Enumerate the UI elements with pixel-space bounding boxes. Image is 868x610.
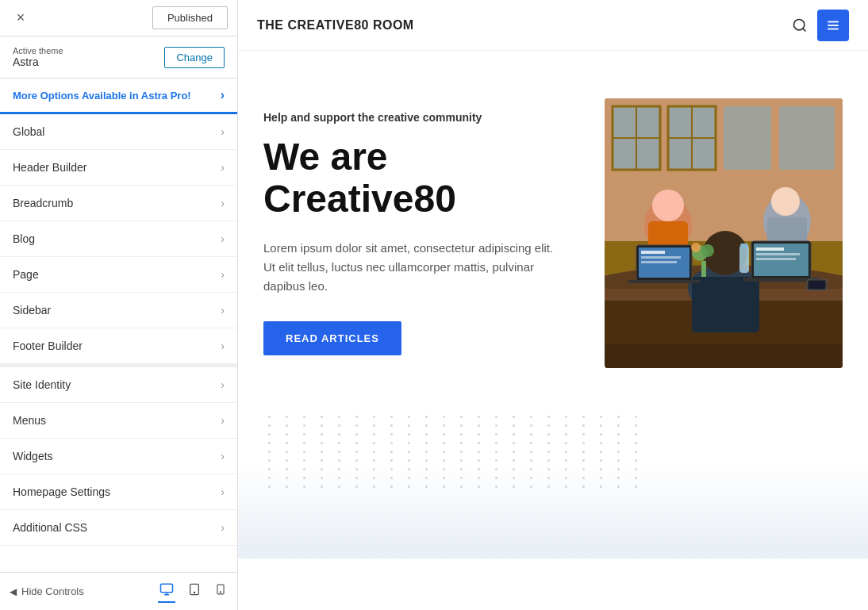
menu-item-footer-builder[interactable]: Footer Builder › <box>0 328 237 364</box>
dot <box>495 451 497 453</box>
arrow-left-icon: ◀ <box>10 586 17 597</box>
dot <box>460 416 463 418</box>
dot <box>530 468 532 470</box>
dot <box>530 424 532 427</box>
site-title: THE CREATIVE80 ROOM <box>257 18 414 33</box>
dot <box>286 416 288 418</box>
search-button[interactable] <box>792 17 808 33</box>
dot <box>303 424 305 427</box>
dot <box>635 477 637 479</box>
menu-item-blog[interactable]: Blog › <box>0 221 237 257</box>
dot <box>547 442 550 444</box>
tablet-icon[interactable] <box>186 581 202 603</box>
dot <box>321 424 323 427</box>
menu-item-widgets[interactable]: Widgets › <box>0 439 237 474</box>
dot <box>600 477 602 479</box>
dot <box>425 416 428 418</box>
dot <box>443 416 445 418</box>
dot <box>355 416 358 418</box>
dot <box>390 451 393 453</box>
dot <box>495 416 497 418</box>
change-theme-button[interactable]: Change <box>164 47 225 68</box>
dot-pattern-section: // Generate dots inline - will be done b… <box>238 400 868 558</box>
dot <box>373 468 375 470</box>
astra-pro-banner[interactable]: More Options Available in Astra Pro! › <box>0 79 237 114</box>
menu-item-site-identity[interactable]: Site Identity › <box>0 364 237 403</box>
hero-tagline: Help and support the creative community <box>263 111 573 124</box>
desktop-icon[interactable] <box>158 581 175 603</box>
menu-item-additional-css[interactable]: Additional CSS › <box>0 510 237 546</box>
dot <box>460 468 463 470</box>
mobile-icon[interactable] <box>213 581 228 603</box>
dot <box>408 451 410 453</box>
menu-item-homepage-settings[interactable]: Homepage Settings › <box>0 474 237 510</box>
chevron-right-icon: › <box>221 197 225 209</box>
dot <box>268 485 271 488</box>
menu-item-additional-css-label: Additional CSS <box>13 521 87 534</box>
dot <box>495 459 497 462</box>
menu-list: Global › Header Builder › Breadcrumb › B… <box>0 114 237 572</box>
svg-point-6 <box>220 591 221 592</box>
dot <box>530 442 532 444</box>
hide-controls-button[interactable]: ◀ Hide Controls <box>10 585 84 597</box>
chevron-right-icon: › <box>221 521 225 534</box>
dot <box>321 433 323 435</box>
menu-item-header-builder[interactable]: Header Builder › <box>0 150 237 186</box>
dot <box>390 433 393 435</box>
active-theme-name: Astra <box>13 56 63 68</box>
menu-item-global-label: Global <box>13 125 44 138</box>
dot <box>478 468 480 470</box>
site-preview: THE CREATIVE80 ROOM Help and support the… <box>238 0 868 610</box>
menu-item-page[interactable]: Page › <box>0 257 237 293</box>
astra-pro-label: More Options Available in Astra Pro! <box>13 90 191 102</box>
dot <box>565 485 567 488</box>
dot <box>635 416 637 418</box>
dot <box>408 459 410 462</box>
published-button[interactable]: Published <box>152 6 228 29</box>
dot <box>582 477 585 479</box>
svg-rect-44 <box>756 247 784 251</box>
dot-grid: // Generate dots inline - will be done b… <box>263 416 843 488</box>
menu-item-global[interactable]: Global › <box>0 114 237 150</box>
svg-point-7 <box>794 19 805 29</box>
dot <box>600 485 602 488</box>
dot <box>495 433 497 435</box>
dot <box>338 477 340 479</box>
menu-item-breadcrumb[interactable]: Breadcrumb › <box>0 186 237 221</box>
dot <box>355 459 358 462</box>
dot <box>600 416 602 418</box>
dot <box>408 433 410 435</box>
device-switcher <box>158 581 228 603</box>
close-button[interactable]: × <box>10 7 32 29</box>
dot <box>338 416 340 418</box>
dot <box>547 468 550 470</box>
dot <box>303 451 305 453</box>
svg-rect-41 <box>628 280 700 283</box>
read-articles-button[interactable]: READ ARTICLES <box>263 321 401 355</box>
dot <box>338 468 340 470</box>
dot <box>373 485 375 488</box>
dot <box>268 451 271 453</box>
dot <box>582 468 585 470</box>
dot <box>321 459 323 462</box>
dot <box>355 477 358 479</box>
dot <box>355 433 358 435</box>
svg-point-51 <box>701 244 714 257</box>
dot <box>617 442 620 444</box>
dot <box>355 424 358 427</box>
dot <box>286 459 288 462</box>
dot <box>355 468 358 470</box>
active-theme-section: Active theme Astra Change <box>0 36 237 79</box>
dot <box>338 424 340 427</box>
dot <box>443 451 445 453</box>
dot <box>408 485 410 488</box>
dot <box>513 424 515 427</box>
dot <box>286 442 288 444</box>
menu-item-sidebar[interactable]: Sidebar › <box>0 293 237 328</box>
dot <box>355 442 358 444</box>
dot <box>268 459 271 462</box>
menu-button[interactable] <box>817 10 849 41</box>
dot <box>617 485 620 488</box>
dot <box>495 442 497 444</box>
menu-item-menus[interactable]: Menus › <box>0 403 237 439</box>
